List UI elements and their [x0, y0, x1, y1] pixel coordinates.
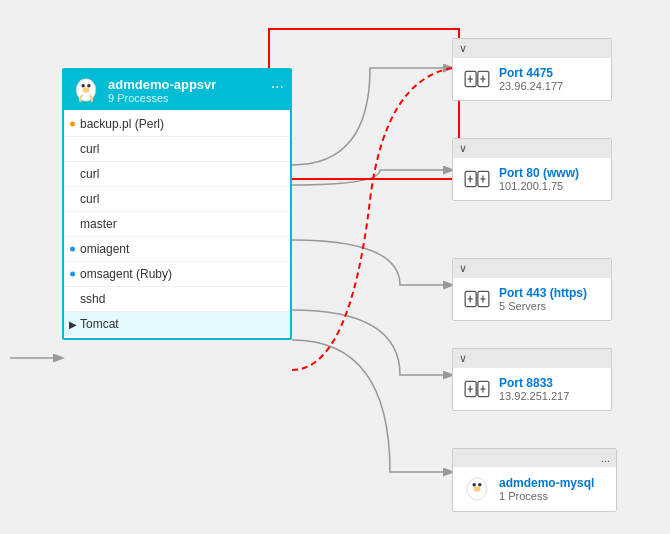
port-name[interactable]: Port 4475 [499, 66, 563, 80]
chevron-down-icon[interactable]: ∨ [459, 352, 467, 365]
svg-point-3 [81, 84, 85, 88]
status-dot [70, 272, 75, 277]
mysql-card: ... admdemo-mysql 1 Process [452, 448, 617, 512]
status-dot [70, 122, 75, 127]
port-icon [463, 168, 491, 190]
port-info: Port 443 (https) 5 Servers [499, 286, 587, 312]
process-count: 9 Processes [108, 92, 282, 104]
svg-point-4 [87, 84, 91, 88]
svg-point-5 [83, 87, 90, 93]
port-info: Port 4475 23.96.24.177 [499, 66, 563, 92]
process-item[interactable]: omsagent (Ruby) [64, 262, 290, 287]
port-443-card: ∨ Port 443 (https) 5 Servers [452, 258, 612, 321]
port-name[interactable]: Port 8833 [499, 376, 569, 390]
port-icon [463, 68, 491, 90]
process-list: backup.pl (Perl) curl curl curl master o… [64, 110, 290, 338]
mysql-card-body: admdemo-mysql 1 Process [453, 467, 616, 511]
process-item[interactable]: sshd [64, 287, 290, 312]
port-ip: 5 Servers [499, 300, 587, 312]
server-info: admdemo-appsvr 9 Processes [108, 77, 282, 104]
port-card-header: ∨ [453, 139, 611, 158]
port-80-card: ∨ Port 80 (www) 101.200.1.75 [452, 138, 612, 201]
svg-point-33 [478, 483, 482, 487]
port-card-body: Port 8833 13.92.251.217 [453, 368, 611, 410]
process-item[interactable]: curl [64, 187, 290, 212]
arrow-indicator: ▶ [69, 319, 77, 330]
server-name: admdemo-appsvr [108, 77, 282, 92]
mysql-process-count: 1 Process [499, 490, 594, 502]
process-item[interactable]: curl [64, 162, 290, 187]
chevron-down-icon[interactable]: ∨ [459, 142, 467, 155]
port-ip: 13.92.251.217 [499, 390, 569, 402]
mysql-info: admdemo-mysql 1 Process [499, 476, 594, 502]
process-item[interactable]: omiagent [64, 237, 290, 262]
port-card-body: Port 80 (www) 101.200.1.75 [453, 158, 611, 200]
port-card-header: ∨ [453, 39, 611, 58]
svg-point-34 [474, 486, 481, 492]
port-8833-card: ∨ Port 8833 13.92.251.217 [452, 348, 612, 411]
status-dot [70, 247, 75, 252]
port-card-header: ∨ [453, 259, 611, 278]
process-item[interactable]: master [64, 212, 290, 237]
chevron-down-icon[interactable]: ∨ [459, 42, 467, 55]
svg-point-32 [472, 483, 476, 487]
port-info: Port 80 (www) 101.200.1.75 [499, 166, 579, 192]
port-icon [463, 288, 491, 310]
port-name[interactable]: Port 80 (www) [499, 166, 579, 180]
port-card-body: Port 443 (https) 5 Servers [453, 278, 611, 320]
port-ip: 101.200.1.75 [499, 180, 579, 192]
linux-icon [72, 76, 100, 104]
port-name[interactable]: Port 443 (https) [499, 286, 587, 300]
selection-box [268, 28, 460, 180]
main-server-card: admdemo-appsvr 9 Processes ... backup.pl… [62, 68, 292, 340]
mysql-card-header: ... [453, 449, 616, 467]
main-card-header: admdemo-appsvr 9 Processes ... [64, 70, 290, 110]
mysql-name[interactable]: admdemo-mysql [499, 476, 594, 490]
process-item[interactable]: curl [64, 137, 290, 162]
process-item[interactable]: backup.pl (Perl) [64, 112, 290, 137]
card-menu-button[interactable]: ... [601, 452, 610, 464]
chevron-down-icon[interactable]: ∨ [459, 262, 467, 275]
port-card-body: Port 4475 23.96.24.177 [453, 58, 611, 100]
process-item-tomcat[interactable]: ▶ Tomcat [64, 312, 290, 336]
linux-icon-small [463, 475, 491, 503]
port-card-header: ∨ [453, 349, 611, 368]
port-ip: 23.96.24.177 [499, 80, 563, 92]
port-info: Port 8833 13.92.251.217 [499, 376, 569, 402]
port-4475-card: ∨ Port 4475 23.96.24.177 [452, 38, 612, 101]
port-icon [463, 378, 491, 400]
card-menu-button[interactable]: ... [271, 74, 284, 92]
